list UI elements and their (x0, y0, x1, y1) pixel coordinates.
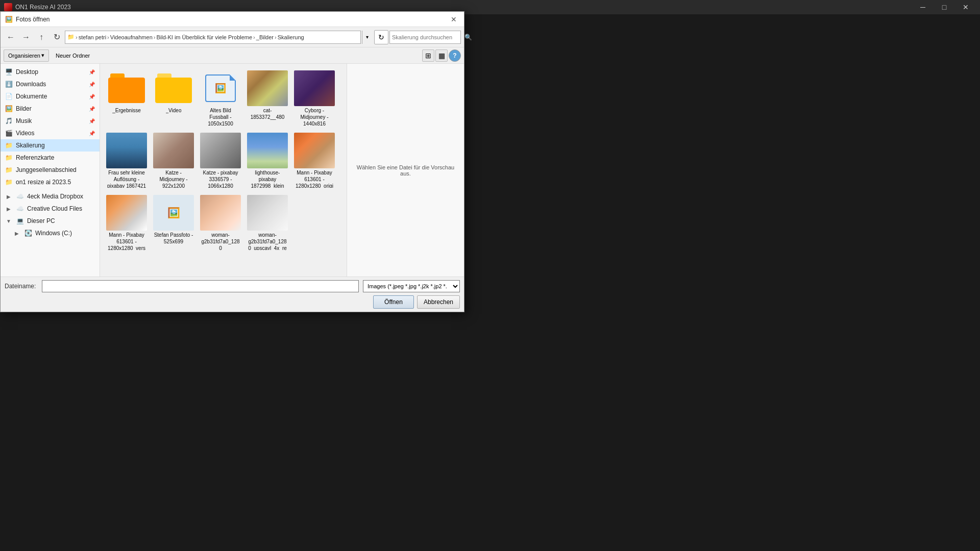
dialog-close-button[interactable]: ✕ (448, 14, 460, 25)
search-box: 🔍 (389, 31, 461, 44)
help-button[interactable]: ? (449, 49, 461, 62)
close-button[interactable]: ✕ (955, 0, 976, 14)
app-icon (4, 3, 12, 11)
cloud-icon-cc: ☁️ (16, 205, 24, 213)
up-button[interactable]: ↑ (34, 30, 48, 44)
sidebar-item-on1resize[interactable]: 📁 on1 resize ai 2023.5 (1, 176, 100, 188)
file-item-stefan[interactable]: 🖼️ Stefan Passfoto - 525x699 (151, 192, 196, 253)
expander-icon-pc: ▼ (5, 217, 13, 225)
sidebar-item-creativecloud[interactable]: ▶ ☁️ Creative Cloud Files (1, 203, 100, 215)
search-icon: 🔍 (464, 34, 472, 41)
file-item-woman2[interactable]: woman-g2b31fd7a0_1280_upscayl_4x_realesr… (245, 192, 290, 253)
new-folder-button[interactable]: Neuer Ordner (51, 49, 94, 62)
dialog-icon: 🖼️ (5, 15, 13, 23)
thumb-frau (106, 133, 147, 168)
pin-icon-3: 📌 (88, 93, 95, 100)
dialog-title: Fotos öffnen (16, 16, 448, 23)
sidebar-item-referenzkarte[interactable]: 📁 Referenzkarte (1, 152, 100, 164)
file-name-altesbild: Altes Bild Fussball - 1050x1500 (201, 107, 240, 126)
forward-button[interactable]: → (19, 30, 33, 44)
sidebar-item-dieserpc[interactable]: ▼ 💻 Dieser PC (1, 215, 100, 227)
sidebar-item-desktop[interactable]: 🖥️ Desktop 📌 (1, 66, 100, 78)
sidebar-item-junggesellen[interactable]: 📁 Junggesellenabschied (1, 164, 100, 176)
preview-panel: Wählen Sie eine Datei für die Vorschau a… (347, 64, 464, 277)
file-item-lighthouse[interactable]: lighthouse-pixabay 1872998_klein (245, 130, 290, 190)
search-input[interactable] (392, 34, 462, 40)
pin-icon-6: 📌 (88, 130, 95, 137)
filename-row: Dateiname: Images (*.jpeg *.jpg *.j2k *.… (5, 280, 460, 292)
file-item-ergebnisse[interactable]: _Ergebnisse (104, 68, 149, 128)
view-button[interactable]: ⊞ (422, 49, 434, 62)
dialog: 🖼️ Fotos öffnen ✕ ← → ↑ ↻ 📁 › stefan pet… (0, 11, 464, 312)
file-item-katze-pixabay[interactable]: Katze - pixabay 3336579 - 1066x1280 (198, 130, 243, 190)
app-title: ON1 Resize AI 2023 (15, 4, 913, 11)
thumb-stefan: 🖼️ (153, 195, 194, 231)
folder-thumb-ergebnisse (106, 70, 147, 106)
file-grid-area: _Ergebnisse _Video (100, 64, 347, 277)
file-name-stefan: Stefan Passfoto - 525x699 (154, 232, 193, 245)
pin-icon-5: 📌 (88, 117, 95, 124)
folder-icon-skalierung: 📁 (5, 141, 13, 149)
breadcrumb-5[interactable]: Skalierung (278, 34, 304, 40)
videos-icon: 🎬 (5, 129, 13, 137)
open-button[interactable]: Öffnen (373, 295, 414, 309)
sidebar-item-videos[interactable]: 🎬 Videos 📌 (1, 127, 100, 139)
file-item-cat[interactable]: cat-1853372__480 (245, 68, 290, 128)
file-name-mann2: Mann - Pixabay 613601 - 1280x1280_versch… (107, 232, 146, 250)
file-item-frau[interactable]: Frau sehr kleine Auflösung - pixabay 186… (104, 130, 149, 190)
thumb-cyborg (294, 70, 335, 106)
file-item-cyborg[interactable]: Cyborg - Midjourney - 1440x816 (292, 68, 337, 128)
minimize-button[interactable]: ─ (913, 0, 933, 14)
breadcrumb-bar[interactable]: 📁 › stefan petri › Videoaufnahmen › Bild… (65, 31, 361, 44)
file-name-woman1: woman-g2b31fd7a0_1280 (201, 232, 240, 250)
file-item-katze-midjourney[interactable]: Katze - Midjourney - 922x1200 (151, 130, 196, 190)
file-name-cyborg: Cyborg - Midjourney - 1440x816 (295, 107, 334, 126)
breadcrumb-3[interactable]: Bild-KI im Überblick für viele Probleme (156, 34, 252, 40)
dialog-titlebar: 🖼️ Fotos öffnen ✕ (1, 12, 464, 27)
cancel-button[interactable]: Abbrechen (417, 295, 460, 309)
file-item-mann1[interactable]: Mann - Pixabay 613601 - 1280x1280_origin… (292, 130, 337, 190)
file-name-mann1: Mann - Pixabay 613601 - 1280x1280_origin… (295, 169, 334, 188)
file-item-woman1[interactable]: woman-g2b31fd7a0_1280 (198, 192, 243, 253)
sidebar-item-windowsc[interactable]: ▶ 💽 Windows (C:) (1, 227, 100, 239)
breadcrumb-1[interactable]: stefan petri (79, 34, 106, 40)
bilder-icon: 🖼️ (5, 105, 13, 113)
musik-icon: 🎵 (5, 117, 13, 125)
file-grid: _Ergebnisse _Video (104, 68, 342, 253)
thumb-woman1 (200, 195, 241, 231)
file-name-woman2: woman-g2b31fd7a0_1280_upscayl_4x_realesr… (248, 232, 287, 250)
back-button[interactable]: ← (4, 30, 18, 44)
preview-text: Wählen Sie eine Datei für die Vorschau a… (352, 164, 459, 177)
sidebar-item-downloads[interactable]: ⬇️ Downloads 📌 (1, 78, 100, 90)
view-button-2[interactable]: ▦ (435, 49, 448, 62)
file-name-cat: cat-1853372__480 (248, 107, 287, 120)
thumb-mann2 (106, 195, 147, 231)
breadcrumb-dropdown-button[interactable]: ▾ (362, 31, 372, 44)
folder-icon-on1: 📁 (5, 178, 13, 186)
file-item-video[interactable]: _Video (151, 68, 196, 128)
sidebar-item-dokumente[interactable]: 📄 Dokumente 📌 (1, 90, 100, 103)
folder-icon-ref: 📁 (5, 154, 13, 162)
breadcrumb-2[interactable]: Videoaufnahmen (110, 34, 153, 40)
filetype-select[interactable]: Images (*.jpeg *.jpg *.j2k *.jp2 *. (363, 280, 460, 292)
filename-input[interactable] (42, 280, 359, 292)
recent-button[interactable]: ↻ (50, 30, 64, 44)
thumb-cat (247, 70, 288, 106)
file-item-altesbild[interactable]: 🖼️ Altes Bild Fussball - 1050x1500 (198, 68, 243, 128)
sidebar: 🖥️ Desktop 📌 ⬇️ Downloads 📌 📄 Dokumente … (1, 64, 100, 277)
sidebar-item-skalierung[interactable]: 📁 Skalierung (1, 139, 100, 152)
thumb-woman2 (247, 195, 288, 231)
refresh-button[interactable]: ↻ (374, 30, 388, 44)
breadcrumb-4[interactable]: _Bilder (256, 34, 274, 40)
thumb-katze-midjourney (153, 133, 194, 168)
sidebar-item-4eck[interactable]: ▶ ☁️ 4eck Media Dropbox (1, 190, 100, 203)
file-item-mann2[interactable]: Mann - Pixabay 613601 - 1280x1280_versch… (104, 192, 149, 253)
desktop-icon: 🖥️ (5, 68, 13, 76)
download-icon: ⬇️ (5, 80, 13, 88)
file-name-frau: Frau sehr kleine Auflösung - pixabay 186… (107, 169, 146, 188)
organize-button[interactable]: Organisieren ▾ (4, 49, 49, 62)
maximize-button[interactable]: □ (934, 0, 954, 14)
sidebar-item-musik[interactable]: 🎵 Musik 📌 (1, 115, 100, 127)
sidebar-item-bilder[interactable]: 🖼️ Bilder 📌 (1, 103, 100, 115)
expander-icon-drive: ▶ (13, 229, 21, 237)
